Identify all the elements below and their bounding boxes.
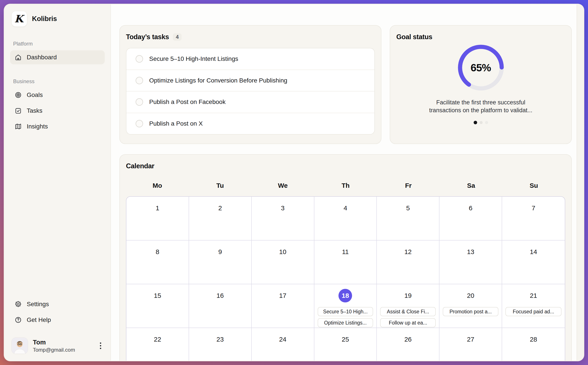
calendar-cell[interactable]: 1	[126, 197, 189, 240]
calendar-cell[interactable]: 5	[377, 197, 439, 240]
calendar-event-chip[interactable]: Promotion post a...	[443, 307, 498, 316]
tasks-count-badge: 4	[173, 33, 181, 41]
task-checkbox[interactable]	[136, 55, 143, 63]
calendar-cell[interactable]: 15	[126, 284, 189, 328]
calendar-event-chip[interactable]: Focused paid ad...	[505, 307, 561, 316]
calendar-cell[interactable]: 19Assist & Close Fi...Follow up at ea...	[377, 284, 439, 328]
day-number: 2	[218, 204, 222, 212]
calendar-cell[interactable]: 21Focused paid ad...	[502, 284, 565, 328]
user-meta: Tom Tomp@gmail.com	[33, 339, 75, 353]
goal-progress-ring: 65%	[456, 42, 506, 93]
task-checkbox[interactable]	[136, 77, 143, 84]
calendar-cell[interactable]: 23	[189, 328, 252, 361]
day-number: 6	[469, 204, 472, 212]
calendar-cell[interactable]: 17	[252, 284, 314, 328]
calendar-cell[interactable]: 16	[189, 284, 252, 328]
day-number: 17	[279, 292, 286, 299]
calendar-cell[interactable]: 13	[439, 240, 502, 284]
task-label: Publish a Post on X	[149, 120, 203, 127]
calendar-cell[interactable]: 12	[377, 240, 439, 284]
calendar-cell[interactable]: 8	[126, 240, 189, 284]
sidebar: K Kolibris Platform DashboardBusiness Go…	[4, 4, 111, 361]
day-number: 23	[217, 336, 224, 343]
weekday-label: Tu	[189, 182, 251, 189]
calendar-cell[interactable]: 24	[252, 328, 314, 361]
sidebar-item-label: Dashboard	[27, 54, 57, 61]
calendar-cell[interactable]: 9	[189, 240, 252, 284]
day-number: 28	[530, 336, 537, 343]
selected-day: 18	[339, 289, 352, 302]
brand[interactable]: K Kolibris	[11, 11, 105, 27]
calendar-event-chip[interactable]: Secure 5–10 High...	[318, 307, 373, 316]
task-row[interactable]: Secure 5–10 High-Intent Listings	[126, 48, 374, 70]
day-number: 10	[279, 248, 286, 256]
sidebar-item-dashboard[interactable]: Dashboard	[10, 50, 105, 64]
weekday-label: Th	[314, 182, 377, 189]
day-number: 14	[530, 248, 537, 256]
calendar-cell[interactable]: 18Secure 5–10 High...Optimize Listings..…	[314, 284, 377, 328]
day-number: 1	[156, 204, 160, 212]
weekday-label: Su	[502, 182, 565, 189]
calendar-grid: 123456789101112131415161718Secure 5–10 H…	[126, 196, 565, 361]
sidebar-item-insights[interactable]: Insights	[10, 119, 105, 133]
calendar-cell[interactable]: 28	[502, 328, 565, 361]
calendar-cell[interactable]: 26	[377, 328, 439, 361]
task-row[interactable]: Publish a Post on Facebook	[126, 91, 374, 113]
weekday-label: Sa	[440, 182, 502, 189]
sidebar-item-tasks[interactable]: Tasks	[10, 104, 105, 118]
calendar-cell[interactable]: 10	[252, 240, 314, 284]
calendar-cell[interactable]: 4	[314, 197, 377, 240]
sidebar-sections: Platform DashboardBusiness Goals Tasks I…	[10, 27, 105, 135]
day-number: 20	[467, 292, 474, 299]
target-icon	[15, 91, 22, 99]
home-icon	[15, 54, 22, 61]
task-checkbox[interactable]	[136, 98, 143, 106]
sidebar-item-settings[interactable]: Settings	[10, 297, 105, 311]
calendar-cell[interactable]: 14	[502, 240, 565, 284]
user-email: Tomp@gmail.com	[33, 347, 75, 353]
calendar-cell[interactable]: 27	[439, 328, 502, 361]
gear-icon	[15, 301, 22, 308]
app-window: K Kolibris Platform DashboardBusiness Go…	[4, 4, 584, 361]
tasks-icon	[15, 107, 22, 114]
carousel-dot[interactable]	[474, 121, 477, 124]
calendar-event-chip[interactable]: Optimize Listings...	[318, 318, 373, 327]
calendar-cell[interactable]: 2	[189, 197, 252, 240]
day-number: 4	[343, 204, 347, 212]
user-row[interactable]: Tom Tomp@gmail.com	[10, 337, 105, 354]
calendar-cell[interactable]: 20Promotion post a...	[439, 284, 502, 328]
calendar-cell[interactable]: 7	[502, 197, 565, 240]
todays-tasks-card: Today’s tasks 4 Secure 5–10 High-Intent …	[119, 25, 381, 144]
carousel-dot[interactable]	[479, 121, 483, 124]
day-number: 7	[532, 204, 535, 212]
task-row[interactable]: Optimize Listings for Conversion Before …	[126, 70, 374, 91]
calendar-weekday-row: MoTuWeThFrSaSu	[126, 182, 565, 189]
carousel-dot[interactable]	[485, 121, 488, 124]
day-number: 27	[467, 336, 474, 343]
calendar-event-chip[interactable]: Follow up at ea...	[380, 318, 436, 327]
calendar-cell[interactable]: 6	[439, 197, 502, 240]
day-number: 15	[154, 292, 161, 299]
calendar-event-chip[interactable]: Assist & Close Fi...	[380, 307, 436, 316]
sidebar-item-goals[interactable]: Goals	[10, 88, 105, 102]
day-number: 11	[342, 248, 349, 256]
calendar-cell[interactable]: 22	[126, 328, 189, 361]
main-content: Today’s tasks 4 Secure 5–10 High-Intent …	[111, 4, 577, 361]
goal-description: Facilitate the first three successful tr…	[429, 99, 532, 114]
scrollbar[interactable]	[577, 4, 584, 361]
weekday-label: Fr	[377, 182, 440, 189]
calendar-cell[interactable]: 25	[314, 328, 377, 361]
task-checkbox[interactable]	[136, 120, 143, 127]
sidebar-item-get-help[interactable]: Get Help	[10, 313, 105, 327]
goal-card-title: Goal status	[396, 33, 432, 41]
sidebar-footer: Settings Get Help	[10, 297, 105, 329]
task-row[interactable]: Publish a Post on X	[126, 113, 374, 134]
calendar-cell[interactable]: 11	[314, 240, 377, 284]
day-number: 16	[217, 292, 224, 299]
goal-percent-label: 65%	[456, 42, 506, 93]
kebab-menu-icon[interactable]	[98, 340, 103, 351]
map-icon	[15, 123, 22, 130]
day-number: 13	[467, 248, 474, 256]
brand-name: Kolibris	[32, 15, 57, 23]
calendar-cell[interactable]: 3	[252, 197, 314, 240]
